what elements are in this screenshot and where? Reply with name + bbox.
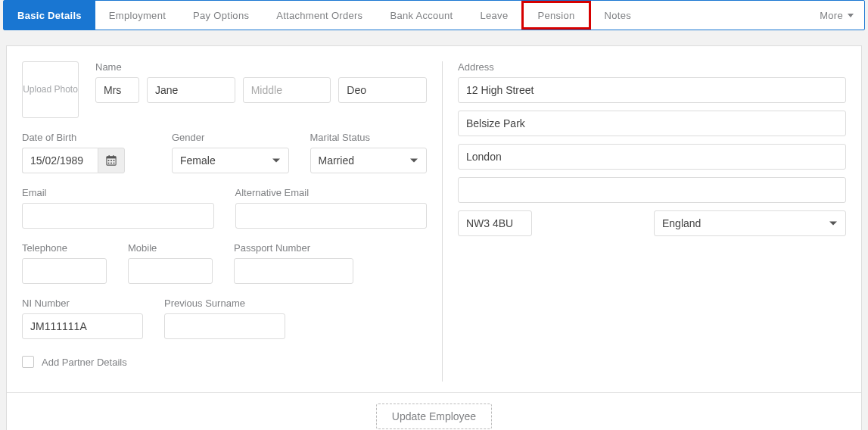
country-select[interactable]: [654, 210, 846, 236]
middle-name-input[interactable]: [243, 77, 331, 103]
marital-label: Marital Status: [310, 132, 428, 143]
ni-input[interactable]: [22, 313, 143, 339]
ni-label: NI Number: [22, 298, 143, 309]
passport-label: Passport Number: [234, 242, 353, 254]
tab-bar: Basic Details Employment Pay Options Att…: [3, 0, 865, 30]
svg-rect-4: [108, 160, 110, 161]
email-label: Email: [22, 187, 214, 198]
basic-details-panel: Upload Photo Name Date of B: [6, 45, 862, 430]
add-partner-checkbox[interactable]: [22, 356, 34, 368]
email-input[interactable]: [22, 203, 214, 229]
mobile-label: Mobile: [128, 242, 213, 254]
tab-pay-options[interactable]: Pay Options: [179, 1, 263, 30]
telephone-input[interactable]: [22, 258, 107, 284]
tab-more-label: More: [820, 10, 843, 21]
svg-rect-8: [110, 163, 112, 164]
last-name-input[interactable]: [338, 77, 427, 103]
dob-label: Date of Birth: [22, 132, 151, 143]
svg-rect-5: [110, 160, 112, 161]
gender-label: Gender: [172, 132, 289, 143]
gender-select[interactable]: [172, 148, 289, 173]
tab-more[interactable]: More: [806, 1, 864, 30]
svg-rect-3: [113, 155, 114, 157]
prev-surname-label: Previous Surname: [164, 298, 285, 309]
postcode-input[interactable]: [458, 210, 532, 236]
title-input[interactable]: [95, 77, 139, 103]
address-line1-input[interactable]: [458, 77, 846, 103]
tab-employment[interactable]: Employment: [95, 1, 179, 30]
address-line4-input[interactable]: [458, 177, 846, 203]
dob-input[interactable]: [22, 148, 98, 173]
upload-photo-label: Upload Photo: [23, 84, 78, 96]
tab-bank-account[interactable]: Bank Account: [376, 1, 466, 30]
alt-email-label: Alternative Email: [235, 187, 428, 198]
calendar-icon: [106, 155, 117, 166]
chevron-down-icon: [848, 14, 854, 17]
tab-attachment-orders[interactable]: Attachment Orders: [263, 1, 376, 30]
svg-rect-6: [114, 160, 115, 161]
upload-photo-button[interactable]: Upload Photo: [22, 61, 79, 118]
marital-select[interactable]: [310, 148, 428, 173]
svg-rect-1: [107, 157, 116, 159]
add-partner-label: Add Partner Details: [42, 357, 127, 368]
name-label: Name: [95, 61, 427, 73]
tab-leave[interactable]: Leave: [467, 1, 522, 30]
tab-notes[interactable]: Notes: [591, 1, 645, 30]
tab-basic-details[interactable]: Basic Details: [4, 1, 95, 30]
svg-rect-9: [114, 163, 115, 164]
svg-rect-7: [108, 163, 110, 164]
tab-pension[interactable]: Pension: [521, 1, 590, 30]
dob-calendar-button[interactable]: [98, 148, 125, 173]
first-name-input[interactable]: [147, 77, 235, 103]
mobile-input[interactable]: [128, 258, 213, 284]
svg-rect-2: [109, 155, 110, 157]
address-line3-input[interactable]: [458, 144, 846, 170]
alt-email-input[interactable]: [235, 203, 428, 229]
passport-input[interactable]: [234, 258, 353, 284]
prev-surname-input[interactable]: [164, 313, 285, 339]
address-line2-input[interactable]: [458, 111, 846, 136]
update-employee-button[interactable]: Update Employee: [376, 404, 492, 429]
telephone-label: Telephone: [22, 242, 107, 254]
address-label: Address: [458, 61, 846, 73]
